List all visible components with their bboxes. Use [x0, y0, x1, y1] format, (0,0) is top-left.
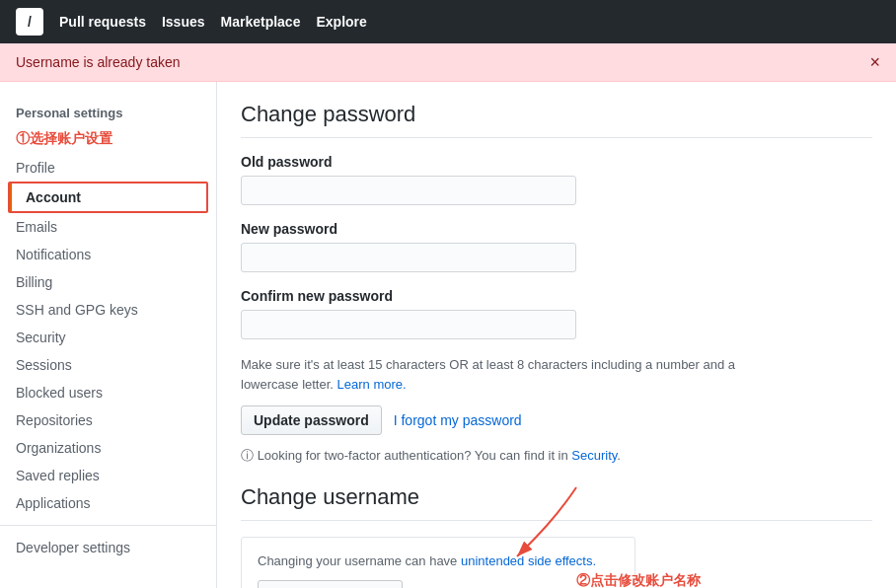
sidebar-item-notifications[interactable]: Notifications: [0, 241, 216, 268]
sidebar-account-wrapper: Account: [8, 182, 208, 213]
sidebar-item-billing[interactable]: Billing: [0, 268, 216, 296]
change-username-button[interactable]: Change username: [258, 580, 403, 588]
site-logo[interactable]: /: [16, 8, 43, 36]
two-factor-note: ⓘ Looking for two-factor authentication?…: [241, 447, 872, 465]
alert-banner: Username is already taken ×: [0, 43, 896, 82]
sidebar-item-organizations[interactable]: Organizations: [0, 434, 216, 462]
pull-requests-link[interactable]: Pull requests: [59, 14, 146, 30]
issues-link[interactable]: Issues: [162, 14, 205, 30]
learn-more-link[interactable]: Learn more.: [337, 377, 407, 392]
confirm-password-input[interactable]: [241, 310, 576, 339]
sidebar-annotation-1: ①选择账户设置: [0, 128, 216, 154]
update-password-button[interactable]: Update password: [241, 405, 382, 435]
new-password-label: New password: [241, 221, 872, 237]
old-password-group: Old password: [241, 154, 872, 205]
sidebar-divider: [0, 525, 216, 526]
sidebar-item-account[interactable]: Account: [10, 184, 206, 211]
sidebar-item-applications[interactable]: Applications: [0, 489, 216, 517]
change-username-box: Changing your username can have unintend…: [241, 537, 635, 588]
sidebar-item-saved[interactable]: Saved replies: [0, 462, 216, 489]
sidebar-item-repositories[interactable]: Repositories: [0, 406, 216, 434]
explore-link[interactable]: Explore: [316, 14, 366, 30]
old-password-input[interactable]: [241, 176, 576, 205]
change-username-section: Changing your username can have unintend…: [241, 537, 872, 588]
new-password-group: New password: [241, 221, 872, 272]
change-username-note: Changing your username can have unintend…: [258, 553, 619, 568]
sidebar-item-profile[interactable]: Profile: [0, 154, 216, 182]
sidebar-item-developer[interactable]: Developer settings: [0, 534, 216, 561]
sidebar: Personal settings ①选择账户设置 Profile Accoun…: [0, 82, 217, 588]
alert-close-button[interactable]: ×: [869, 53, 880, 71]
alert-message: Username is already taken: [16, 54, 181, 70]
top-navigation: / Pull requests Issues Marketplace Explo…: [0, 0, 896, 43]
password-help-text: Make sure it's at least 15 characters OR…: [241, 355, 784, 394]
change-username-title: Change username: [241, 484, 872, 521]
change-password-title: Change password: [241, 102, 872, 138]
marketplace-link[interactable]: Marketplace: [221, 14, 301, 30]
confirm-password-label: Confirm new password: [241, 288, 872, 304]
main-content: Change password Old password New passwor…: [217, 82, 896, 588]
sidebar-item-sessions[interactable]: Sessions: [0, 351, 216, 379]
forgot-password-link[interactable]: I forgot my password: [394, 412, 522, 428]
password-btn-group: Update password I forgot my password: [241, 405, 872, 435]
unintended-side-effects-link[interactable]: unintended side effects.: [461, 553, 596, 568]
confirm-password-group: Confirm new password: [241, 288, 872, 339]
sidebar-item-ssh[interactable]: SSH and GPG keys: [0, 296, 216, 324]
new-password-input[interactable]: [241, 243, 576, 272]
security-link[interactable]: Security: [571, 448, 617, 463]
sidebar-item-emails[interactable]: Emails: [0, 213, 216, 241]
main-layout: Personal settings ①选择账户设置 Profile Accoun…: [0, 82, 896, 588]
sidebar-item-blocked[interactable]: Blocked users: [0, 379, 216, 406]
old-password-label: Old password: [241, 154, 872, 170]
sidebar-item-security[interactable]: Security: [0, 324, 216, 351]
sidebar-section-title: Personal settings: [0, 102, 216, 128]
